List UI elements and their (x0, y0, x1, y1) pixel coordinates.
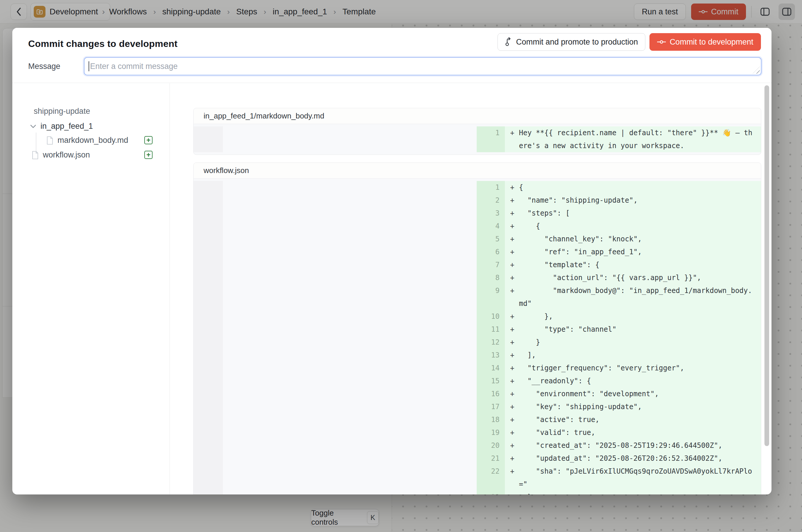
diff-old-content (223, 245, 477, 259)
text-caret (89, 61, 89, 71)
diff-line-number: 3 (477, 207, 505, 220)
tree-file-workflow[interactable]: workflow.json (32, 150, 90, 159)
diff-code-text: "active": true, (519, 413, 600, 426)
diff-old-content (223, 375, 477, 387)
diff-line-number: 15 (477, 375, 505, 387)
diff-new-content: + "ref": "in_app_feed_1", (505, 245, 761, 259)
diff-line-number: 16 (477, 387, 505, 400)
diff-panel[interactable]: in_app_feed_1/markdown_body.md 1+Hey **{… (170, 83, 771, 494)
diff-add-sign (510, 297, 519, 310)
tree-file-markdown-label: markdown_body.md (57, 136, 128, 145)
diff-old-content (223, 491, 477, 494)
chevron-down-icon (30, 125, 36, 129)
diff-add-sign: + (510, 127, 519, 139)
diff-line-number: 12 (477, 336, 505, 349)
diff-old-content (223, 310, 477, 323)
diff-old-content (223, 181, 477, 194)
diff-old-content (223, 194, 477, 207)
diff-line-number: 1 (477, 181, 505, 194)
diff-old-content (223, 323, 477, 336)
diff-add-sign: + (510, 413, 519, 426)
diff-old-content (223, 284, 477, 297)
diff-old-content (223, 465, 477, 478)
diff-old-content (223, 336, 477, 349)
diff-line: 18+ "active": true, (193, 413, 761, 426)
diff-code-text: "sha": "pJeLVir6xIlUCMGqs9qroZoUAVDSwA0y… (519, 465, 752, 478)
diff-code-text: "type": "channel" (519, 323, 616, 336)
diff-add-sign: + (510, 194, 519, 207)
diff-add-sign: + (510, 452, 519, 465)
diff-line: 15+ "__readonly": { (193, 375, 761, 387)
diff-line-number: 9 (477, 284, 505, 297)
diff-code-text: } (519, 336, 540, 349)
diff-old-content (223, 400, 477, 413)
diff-new-content: + "valid": true, (505, 426, 761, 439)
diff-new-content: + "__readonly": { (505, 375, 761, 387)
diff-old-content (223, 139, 477, 152)
diff-line-number: 20 (477, 439, 505, 452)
diff-old-content (223, 362, 477, 375)
diff-line-number: 13 (477, 349, 505, 362)
diff-old-gutter (193, 232, 223, 245)
diff-code-text: ], (519, 349, 536, 362)
diff-line: 5+ "channel_key": "knock", (193, 232, 761, 245)
diff-code-text: "__readonly": { (519, 375, 591, 387)
diff-line: 21+ "updated_at": "2025-08-26T20:26:52.3… (193, 452, 761, 465)
diff-new-content: + "type": "channel" (505, 323, 761, 336)
diff-old-gutter (193, 426, 223, 439)
diff-old-gutter (193, 181, 223, 194)
diff-old-gutter (193, 478, 223, 491)
diff-line: md" (193, 297, 761, 310)
diff-line: 12+ } (193, 336, 761, 349)
diff-line-number: 18 (477, 413, 505, 426)
diff-line: 8+ "action_url": "{{ vars.app_url }}", (193, 271, 761, 284)
diff-code-text: "markdown_body@": "in_app_feed_1/markdow… (519, 284, 752, 297)
diff-old-content (223, 426, 477, 439)
diff-code-text: "ref": "in_app_feed_1", (519, 245, 642, 259)
commit-icon (657, 39, 666, 45)
diff-old-gutter (193, 207, 223, 220)
diff-add-sign: + (510, 245, 519, 259)
diff-old-gutter (193, 336, 223, 349)
diff-add-sign: + (510, 259, 519, 271)
diff-old-gutter (193, 439, 223, 452)
diff-new-content: + "active": true, (505, 413, 761, 426)
message-row: Message Enter a commit message (28, 57, 762, 75)
commit-message-input[interactable]: Enter a commit message (84, 57, 762, 75)
diff-old-gutter (193, 139, 223, 152)
tree-file-markdown[interactable]: markdown_body.md (46, 136, 128, 145)
diff-new-content: + "sha": "pJeLVir6xIlUCMGqs9qroZoUAVDSwA… (505, 465, 761, 478)
diff-rows: 1+Hey **{{ recipient.name | default: "th… (193, 124, 761, 155)
diff-new-content: +Hey **{{ recipient.name | default: "the… (505, 127, 761, 139)
diff-card-filename: workflow.json (193, 163, 761, 178)
diff-old-content (223, 220, 477, 232)
diff-code-text: { (519, 181, 523, 194)
promote-icon (505, 37, 512, 46)
diff-line: 2+ "name": "shipping-update", (193, 194, 761, 207)
diff-old-gutter (193, 387, 223, 400)
diff-old-gutter (193, 362, 223, 375)
diff-line-number: 6 (477, 245, 505, 259)
diff-old-content (223, 232, 477, 245)
diff-line-number: 14 (477, 362, 505, 375)
diff-new-content: md" (505, 297, 761, 310)
modal-scrollbar[interactable] (764, 86, 769, 446)
commit-and-promote-button[interactable]: Commit and promote to production (498, 33, 645, 51)
resize-grip[interactable] (753, 66, 760, 74)
diff-new-content: + "template": { (505, 259, 761, 271)
diff-old-gutter (193, 349, 223, 362)
diff-line: 14+ "trigger_frequency": "every_trigger"… (193, 362, 761, 375)
diff-add-sign: + (510, 491, 519, 494)
diff-new-content: + "trigger_frequency": "every_trigger", (505, 362, 761, 375)
screen: Development › Workflows›shipping-update›… (0, 0, 802, 532)
diff-add-sign: + (510, 362, 519, 375)
tree-step-item[interactable]: in_app_feed_1 (30, 122, 93, 131)
diff-line: 20+ "created_at": "2025-08-25T19:29:46.6… (193, 439, 761, 452)
diff-line: 23+ } (193, 491, 761, 494)
diff-old-content (223, 478, 477, 491)
diff-add-sign: + (510, 284, 519, 297)
diff-new-content: + { (505, 220, 761, 232)
diff-code-text: md" (519, 297, 531, 310)
diff-code-text: =" (519, 478, 527, 491)
commit-to-development-button[interactable]: Commit to development (650, 33, 761, 51)
